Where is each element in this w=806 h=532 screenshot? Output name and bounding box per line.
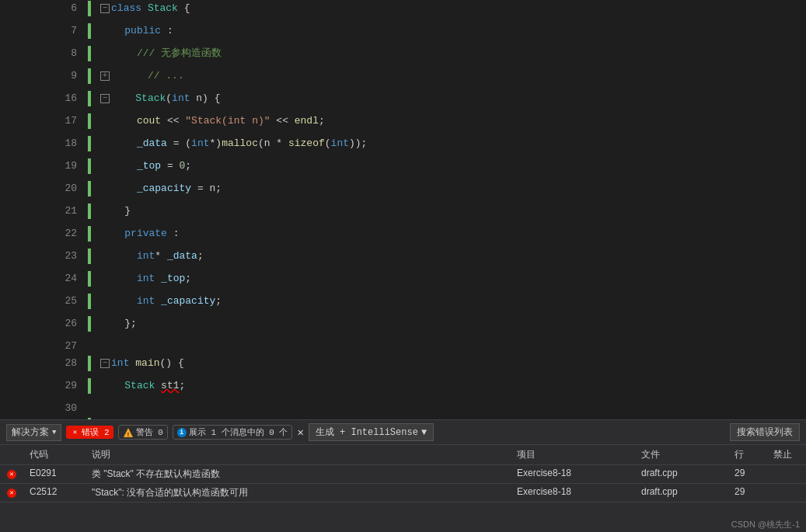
code-token: private bbox=[124, 228, 167, 239]
code-token: sizeof bbox=[288, 137, 325, 149]
gutter-cell bbox=[86, 23, 100, 45]
code-token bbox=[155, 380, 161, 391]
code-line bbox=[100, 400, 806, 417]
table-row: 19 _top = 0; bbox=[0, 158, 806, 180]
warn-icon: ! bbox=[123, 427, 134, 438]
code-token bbox=[100, 295, 137, 307]
code-token bbox=[111, 92, 135, 104]
list-item[interactable]: ✕C2512"Stack": 没有合适的默认构造函数可用Exercise8-18… bbox=[0, 484, 806, 502]
error-description: 类 "Stack" 不存在默认构造函数 bbox=[85, 466, 511, 482]
col-icon bbox=[0, 447, 23, 463]
code-token: }; bbox=[100, 318, 137, 329]
table-row: 25 int _capacity; bbox=[0, 293, 806, 315]
line-number: 24 bbox=[0, 270, 86, 293]
code-token: int bbox=[331, 137, 349, 149]
error-badge[interactable]: ✕ 错误 2 bbox=[66, 426, 113, 439]
code-token: = ( bbox=[167, 137, 191, 149]
col-line[interactable]: 行 bbox=[728, 447, 767, 463]
error-suppress bbox=[767, 485, 806, 501]
col-project[interactable]: 项目 bbox=[511, 447, 635, 463]
code-token: Stack bbox=[135, 92, 166, 104]
solution-dropdown-label: 解决方案 bbox=[12, 426, 49, 439]
code-token: int bbox=[137, 250, 155, 262]
code-token: = bbox=[161, 160, 179, 172]
change-indicator bbox=[88, 203, 91, 219]
collapse-button[interactable]: − bbox=[100, 4, 110, 13]
code-token: malloc bbox=[222, 137, 258, 149]
warn-badge[interactable]: ! 警告 0 bbox=[118, 425, 168, 440]
code-token: int bbox=[111, 357, 129, 369]
col-desc[interactable]: 说明 bbox=[85, 447, 511, 463]
line-number: 30 bbox=[0, 400, 86, 417]
gutter-cell bbox=[86, 45, 100, 68]
search-errors-button[interactable]: 搜索错误列表 bbox=[730, 423, 800, 441]
code-token: ; bbox=[180, 380, 186, 391]
code-token bbox=[141, 2, 148, 14]
col-code[interactable]: 代码 bbox=[23, 447, 85, 463]
code-token: )); bbox=[349, 137, 367, 149]
error-code: C2512 bbox=[23, 485, 85, 501]
table-row: 20 _capacity = n; bbox=[0, 180, 806, 203]
collapse-button[interactable]: − bbox=[100, 94, 110, 103]
error-line: 29 bbox=[728, 466, 767, 482]
error-line: 29 bbox=[728, 485, 767, 501]
search-errors-label: 搜索错误列表 bbox=[737, 427, 793, 438]
col-file[interactable]: 文件 bbox=[635, 447, 728, 463]
line-number: 26 bbox=[0, 315, 86, 338]
table-row: 8 /// 无参构造函数 bbox=[0, 45, 806, 68]
error-type-icon: ✕ bbox=[0, 466, 23, 482]
code-token: { bbox=[178, 2, 190, 14]
code-line: int _capacity; bbox=[100, 293, 806, 315]
change-indicator bbox=[88, 316, 91, 332]
code-line: cout << "Stack(int n)" << endl; bbox=[100, 113, 806, 135]
code-table: 6−class Stack {7 public :8 /// 无参构造函数9+ … bbox=[0, 0, 806, 419]
list-item[interactable]: ✕E0291类 "Stack" 不存在默认构造函数Exercise8-18dra… bbox=[0, 465, 806, 484]
expand-button[interactable]: + bbox=[100, 71, 110, 81]
line-number: 20 bbox=[0, 180, 86, 203]
error-file: draft.cpp bbox=[635, 466, 728, 482]
code-line: int* _data; bbox=[100, 248, 806, 270]
build-dropdown[interactable]: 生成 + IntelliSense ▼ bbox=[309, 423, 434, 441]
code-token: _capacity bbox=[137, 183, 191, 194]
table-row: 9+ // ... bbox=[0, 68, 806, 90]
table-row: 30 bbox=[0, 400, 806, 417]
line-number: 9 bbox=[0, 68, 86, 90]
error-squiggle: st1 bbox=[161, 380, 179, 391]
table-row: 18 _data = (int*)malloc(n * sizeof(int))… bbox=[0, 135, 806, 158]
line-number: 27 bbox=[0, 338, 86, 355]
code-line: − Stack(int n) { bbox=[100, 90, 806, 113]
code-token bbox=[100, 250, 137, 262]
code-token: _capacity bbox=[161, 295, 215, 307]
error-project: Exercise8-18 bbox=[511, 485, 635, 501]
collapse-button[interactable]: − bbox=[100, 359, 110, 368]
code-token bbox=[100, 25, 124, 37]
code-token bbox=[100, 380, 124, 391]
line-number: 8 bbox=[0, 45, 86, 68]
code-line: Stack st1; bbox=[100, 377, 806, 400]
code-line: } bbox=[100, 203, 806, 225]
code-token: int bbox=[172, 92, 190, 104]
code-line: /// 无参构造函数 bbox=[100, 45, 806, 68]
line-number: 17 bbox=[0, 113, 86, 135]
error-suppress bbox=[767, 466, 806, 482]
info-badge[interactable]: i 展示 1 个消息中的 0 个 bbox=[173, 425, 293, 440]
table-row: 26 }; bbox=[0, 315, 806, 338]
solution-dropdown[interactable]: 解决方案 ▼ bbox=[6, 424, 61, 441]
code-token: "Stack(int n)" bbox=[185, 115, 270, 127]
col-suppress[interactable]: 禁止 bbox=[767, 447, 806, 463]
bottom-panel: 解决方案 ▼ ✕ 错误 2 ! 警告 0 i 展示 1 个消息中的 0 个 ✕ … bbox=[0, 419, 806, 532]
gutter-cell bbox=[86, 377, 100, 400]
change-indicator bbox=[88, 23, 91, 39]
change-indicator bbox=[88, 181, 91, 196]
code-token: ; bbox=[185, 160, 191, 172]
code-token: ; bbox=[215, 295, 222, 307]
gutter-cell bbox=[86, 225, 100, 248]
error-description: "Stack": 没有合适的默认构造函数可用 bbox=[85, 485, 511, 501]
change-indicator bbox=[88, 46, 91, 61]
gutter-cell bbox=[86, 68, 100, 90]
gutter-cell bbox=[86, 113, 100, 135]
code-token bbox=[111, 70, 148, 82]
code-token: _data bbox=[137, 137, 167, 149]
table-row: 24 int _top; bbox=[0, 270, 806, 293]
gutter-cell bbox=[86, 338, 100, 355]
